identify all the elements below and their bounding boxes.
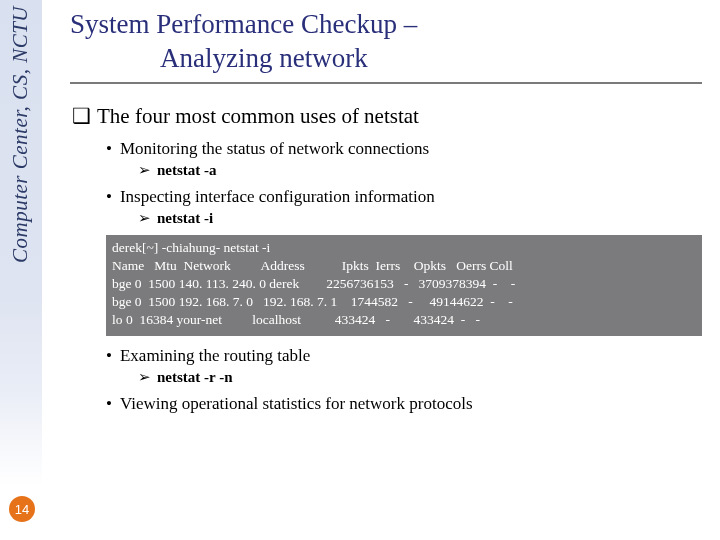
sidebar-org-text: Computer Center, CS, NCTU bbox=[8, 6, 33, 263]
title-line-1: System Performance Checkup – bbox=[70, 9, 417, 39]
arrow-bullet-icon: ➢ bbox=[138, 161, 151, 178]
square-bullet-icon: ❑ bbox=[72, 104, 91, 127]
bullet-2-text: Inspecting interface configuration infor… bbox=[120, 187, 435, 206]
bullet-3: •Examining the routing table bbox=[106, 346, 702, 366]
heading-text: The four most common uses of netstat bbox=[97, 104, 419, 128]
bullet-1-text: Monitoring the status of network connect… bbox=[120, 139, 429, 158]
bullet-1: •Monitoring the status of network connec… bbox=[106, 139, 702, 159]
bullet-4: •Viewing operational statistics for netw… bbox=[106, 394, 702, 414]
page-number: 14 bbox=[15, 502, 29, 517]
page-number-badge: 14 bbox=[9, 496, 35, 522]
heading-bullet: ❑The four most common uses of netstat bbox=[72, 104, 702, 129]
bullet-4-text: Viewing operational statistics for netwo… bbox=[120, 394, 473, 413]
bullet-2: •Inspecting interface configuration info… bbox=[106, 187, 702, 207]
dot-bullet-icon: • bbox=[106, 346, 112, 365]
bullet-2-cmd: ➢netstat -i bbox=[138, 209, 702, 227]
sidebar-banner: Computer Center, CS, NCTU bbox=[0, 0, 42, 540]
bullet-1-cmd-text: netstat -a bbox=[157, 162, 217, 178]
bullet-3-cmd: ➢netstat -r -n bbox=[138, 368, 702, 386]
slide: Computer Center, CS, NCTU 14 System Perf… bbox=[0, 0, 720, 540]
arrow-bullet-icon: ➢ bbox=[138, 209, 151, 226]
terminal-text: derek[~] -chiahung- netstat -i Name Mtu … bbox=[112, 240, 515, 328]
content-area: System Performance Checkup – Analyzing n… bbox=[70, 8, 702, 416]
arrow-bullet-icon: ➢ bbox=[138, 368, 151, 385]
terminal-output: derek[~] -chiahung- netstat -i Name Mtu … bbox=[106, 235, 702, 336]
dot-bullet-icon: • bbox=[106, 394, 112, 413]
bullet-3-text: Examining the routing table bbox=[120, 346, 310, 365]
bullet-3-cmd-text: netstat -r -n bbox=[157, 369, 233, 385]
dot-bullet-icon: • bbox=[106, 139, 112, 158]
dot-bullet-icon: • bbox=[106, 187, 112, 206]
slide-title: System Performance Checkup – Analyzing n… bbox=[70, 8, 702, 84]
bullet-1-cmd: ➢netstat -a bbox=[138, 161, 702, 179]
title-line-2: Analyzing network bbox=[70, 42, 702, 76]
bullet-2-cmd-text: netstat -i bbox=[157, 210, 213, 226]
